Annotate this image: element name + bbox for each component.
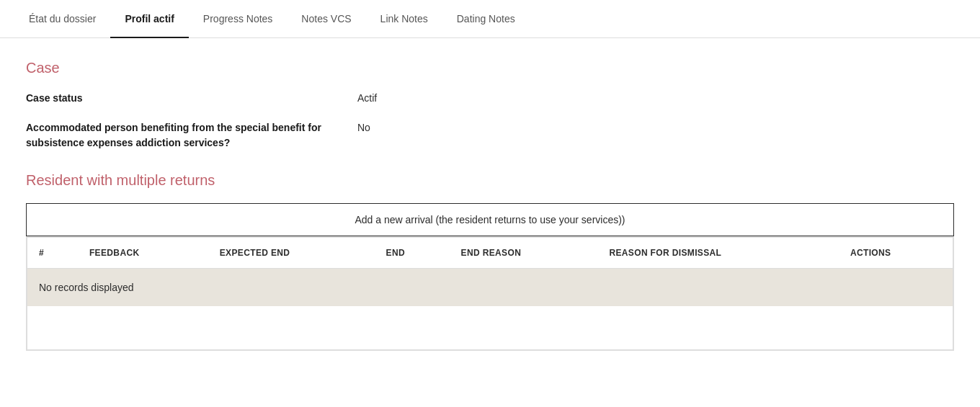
table-body: No records displayed [27,269,953,350]
no-records-row: No records displayed [27,269,953,307]
tab-notes-vcs[interactable]: Notes VCS [287,0,365,37]
table-wrapper: #FEEDBACKEXPECTED ENDENDEND REASONREASON… [26,236,954,351]
case-fields: Case statusActifAccommodated person bene… [26,91,954,151]
resident-heading: Resident with multiple returns [26,172,954,189]
col-header-end_reason: END REASON [450,238,598,269]
field-value-0: Actif [357,91,377,106]
resident-section: Resident with multiple returns Add a new… [26,172,954,351]
col-header-num: # [27,238,78,269]
col-header-expected_end: EXPECTED END [208,238,375,269]
no-records-text: No records displayed [27,269,953,307]
case-section: Case Case statusActifAccommodated person… [26,60,954,151]
field-label-1: Accommodated person benefiting from the … [26,120,357,151]
main-content: Case Case statusActifAccommodated person… [0,38,980,372]
tab-link-notes[interactable]: Link Notes [366,0,442,37]
field-row-1: Accommodated person benefiting from the … [26,120,954,151]
field-label-0: Case status [26,91,357,106]
tab-dating-notes[interactable]: Dating Notes [442,0,530,37]
tab-profil[interactable]: Profil actif [110,0,188,37]
tab-navigation: État du dossierProfil actifProgress Note… [0,0,980,38]
field-row-0: Case statusActif [26,91,954,106]
resident-table: #FEEDBACKEXPECTED ENDENDEND REASONREASON… [27,237,953,350]
col-header-end: END [375,238,450,269]
empty-row [27,306,953,349]
col-header-actions: ACTIONS [839,238,953,269]
col-header-dismissal: REASON FOR DISMISSAL [597,238,839,269]
field-value-1: No [357,120,370,135]
tab-etat[interactable]: État du dossier [14,0,110,37]
table-header-row: #FEEDBACKEXPECTED ENDENDEND REASONREASON… [27,238,953,269]
case-heading: Case [26,60,954,76]
add-arrival-button[interactable]: Add a new arrival (the resident returns … [26,203,954,236]
col-header-feedback: FEEDBACK [78,238,208,269]
tab-progress[interactable]: Progress Notes [189,0,287,37]
